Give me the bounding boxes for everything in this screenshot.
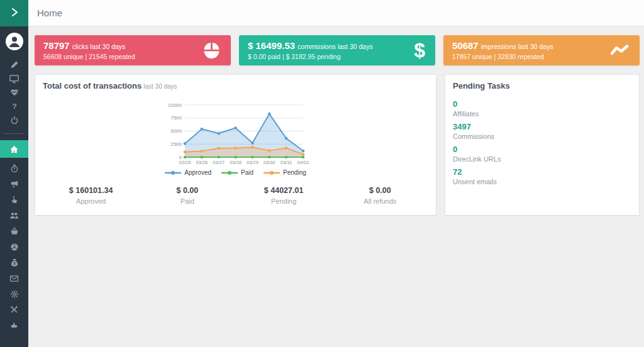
- pie-chart-icon: [10, 243, 19, 251]
- line-chart-icon: [609, 43, 630, 57]
- question-icon: ?: [10, 102, 19, 111]
- sidebar-item-reports[interactable]: [0, 241, 28, 253]
- impressions-subtext: 17857 unique | 32830 repeated: [452, 53, 553, 60]
- impressions-value: 50687: [452, 40, 479, 51]
- chart-legend: ApprovedPaidPending: [165, 169, 306, 176]
- money-bag-icon: $: [10, 258, 19, 267]
- clicks-card-text: 78797clicks last 30 days 56608 unique | …: [43, 40, 135, 60]
- sidebar-item-affiliates[interactable]: [0, 210, 28, 221]
- clicks-card[interactable]: 78797clicks last 30 days 56608 unique | …: [35, 35, 231, 65]
- sidebar-item-promotion[interactable]: [0, 179, 28, 190]
- stat-paid: $ 0.00 Paid: [139, 186, 235, 205]
- users-icon: [9, 211, 19, 220]
- svg-text:5000: 5000: [170, 128, 182, 134]
- megaphone-icon: [10, 180, 19, 189]
- main-column: Home 78797clicks last 30 days 56608 uniq…: [28, 0, 644, 347]
- pending-tasks-panel: Pending Tasks 0 Affiliates 3497 Commissi…: [445, 74, 640, 216]
- commissions-card-text: $ 16499.53commissions last 30 days $ 0.0…: [248, 40, 373, 60]
- svg-text:04/01: 04/01: [297, 160, 309, 165]
- sidebar: ?$: [0, 0, 28, 347]
- svg-text:03/30: 03/30: [263, 160, 275, 165]
- stat-pending: $ 44027.01 Pending: [236, 186, 332, 205]
- sidebar-item-edit[interactable]: [0, 59, 28, 70]
- svg-text:03/31: 03/31: [280, 160, 292, 165]
- legend-item-paid: Paid: [221, 169, 253, 176]
- home-icon: [9, 145, 19, 154]
- svg-text:03/25: 03/25: [179, 160, 191, 165]
- clicks-subtext: 56608 unique | 21545 repeated: [43, 53, 135, 60]
- commissions-card[interactable]: $ 16499.53commissions last 30 days $ 0.0…: [239, 35, 435, 65]
- sidebar-item-home[interactable]: [0, 140, 28, 158]
- sidebar-item-plugins[interactable]: [0, 320, 28, 331]
- impressions-card[interactable]: 50687impressions last 30 days 17857 uniq…: [443, 35, 640, 65]
- stopwatch-icon: [10, 164, 19, 173]
- sidebar-item-timer[interactable]: [0, 163, 28, 174]
- sidebar-item-help[interactable]: ?: [0, 101, 28, 112]
- sidebar-item-power[interactable]: [0, 114, 28, 126]
- plugin-icon: [9, 321, 19, 329]
- legend-item-approved: Approved: [165, 169, 211, 176]
- tools-icon: [10, 306, 18, 314]
- sidebar-item-tools[interactable]: [0, 304, 28, 316]
- task-unsent-emails: 72 Unsent emails: [453, 167, 631, 185]
- transactions-chart: 02500500075001000003/2503/2603/2703/2803…: [43, 101, 428, 176]
- task-direclink-urls: 0 DirecLink URLs: [453, 145, 631, 163]
- svg-text:03/29: 03/29: [247, 160, 258, 165]
- basket-icon: [10, 227, 19, 236]
- svg-text:2500: 2500: [170, 141, 182, 147]
- commissions-value: $ 16499.53: [248, 40, 295, 51]
- transactions-panel: Total cost of transactionslast 30 days 0…: [35, 74, 436, 216]
- panels-row: Total cost of transactionslast 30 days 0…: [35, 74, 640, 216]
- clicks-value: 78797: [43, 40, 70, 51]
- transactions-panel-title: Total cost of transactionslast 30 days: [43, 81, 428, 91]
- sidebar-toggle-button[interactable]: [0, 0, 28, 26]
- pencil-icon: [10, 60, 19, 69]
- page-title: Home: [37, 8, 62, 18]
- stat-all-refunds: $ 0.00 All refunds: [332, 186, 428, 205]
- sidebar-item-configuration[interactable]: [0, 289, 28, 300]
- sidebar-item-mail[interactable]: [0, 273, 28, 284]
- sidebar-nav: ?$: [0, 26, 28, 347]
- sidebar-item-clicks[interactable]: [0, 194, 28, 206]
- legend-item-pending: Pending: [264, 169, 306, 176]
- svg-text:03/27: 03/27: [213, 160, 225, 165]
- sidebar-item-profile[interactable]: [0, 31, 28, 52]
- hand-pointer-icon: [10, 196, 18, 204]
- transactions-panel-title-suffix: last 30 days: [143, 83, 177, 90]
- commissions-subtext: $ 0.00 paid | $ 3182.95 pending: [248, 53, 373, 60]
- sidebar-item-screens[interactable]: [0, 73, 28, 84]
- monitor-icon: [9, 74, 19, 84]
- mouse-icon: [203, 41, 221, 60]
- sidebar-item-payouts[interactable]: $: [0, 257, 28, 268]
- sidebar-item-orders[interactable]: [0, 226, 28, 237]
- chevron-right-icon: [9, 7, 19, 20]
- svg-text:10000: 10000: [167, 102, 182, 108]
- dollar-icon: $: [414, 40, 425, 60]
- impressions-value-label: impressions last 30 days: [481, 43, 553, 50]
- task-commissions: 3497 Commissions: [453, 122, 631, 140]
- page-header: Home: [28, 0, 644, 26]
- stat-approved: $ 160101.34 Approved: [43, 186, 139, 205]
- sidebar-item-health[interactable]: [0, 87, 28, 98]
- task-affiliates: 0 Affiliates: [453, 99, 631, 118]
- svg-text:7500: 7500: [170, 115, 182, 121]
- chart-canvas: 02500500075001000003/2503/2603/2703/2803…: [162, 101, 309, 167]
- app-root: ?$ Home 78797clicks last 30 days 56608 u…: [0, 0, 644, 347]
- power-icon: [10, 116, 19, 124]
- heartbeat-icon: [10, 88, 19, 97]
- user-avatar-icon: [5, 32, 24, 51]
- svg-text:03/26: 03/26: [196, 160, 208, 165]
- content-area: 78797clicks last 30 days 56608 unique | …: [28, 26, 644, 347]
- sidebar-divider: [4, 133, 25, 134]
- pending-tasks-title: Pending Tasks: [453, 81, 631, 91]
- svg-text:03/28: 03/28: [230, 160, 242, 165]
- svg-text:?: ?: [12, 102, 16, 111]
- transactions-stats: $ 160101.34 Approved $ 0.00 Paid $ 44027…: [43, 186, 428, 205]
- stat-cards: 78797clicks last 30 days 56608 unique | …: [35, 35, 640, 65]
- clicks-value-label: clicks last 30 days: [72, 43, 126, 50]
- envelope-icon: [9, 274, 19, 283]
- impressions-card-text: 50687impressions last 30 days 17857 uniq…: [452, 40, 553, 60]
- commissions-value-label: commissions last 30 days: [297, 43, 373, 50]
- gear-icon: [10, 290, 19, 299]
